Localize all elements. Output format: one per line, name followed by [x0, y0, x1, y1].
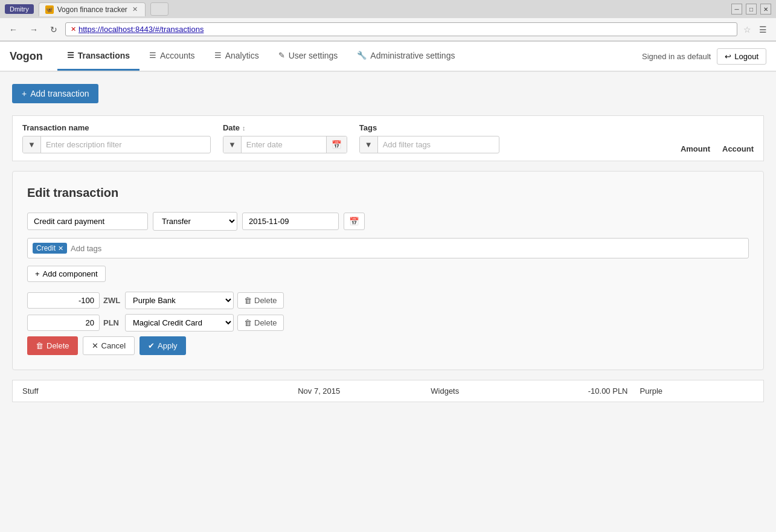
logout-label: Logout — [734, 52, 758, 61]
delete-label: Delete — [46, 341, 69, 350]
preview-row-account: Purple — [640, 386, 754, 396]
add-transaction-button[interactable]: + Add transaction — [12, 84, 98, 103]
delete-transaction-button[interactable]: 🗑 Delete — [27, 336, 78, 355]
transaction-calendar-button[interactable]: 📅 — [344, 213, 365, 230]
back-button[interactable]: ← — [5, 22, 22, 37]
filter-right-labels: Amount Account — [681, 131, 754, 153]
tab-close-icon[interactable]: ✕ — [131, 5, 139, 13]
apply-check-icon: ✔ — [148, 341, 155, 350]
tag-credit-remove-icon[interactable]: ✕ — [58, 245, 63, 252]
refresh-button[interactable]: ↻ — [46, 22, 62, 37]
nav-item-transactions[interactable]: ☰ Transactions — [57, 42, 139, 71]
minimize-button[interactable]: ─ — [731, 4, 742, 14]
admin-settings-icon: 🔧 — [357, 51, 367, 60]
transactions-icon: ☰ — [67, 51, 74, 60]
transaction-name-field[interactable] — [27, 213, 148, 230]
nav-right: Signed in as default ↩ Logout — [642, 42, 766, 71]
edit-transaction-title: Edit transaction — [27, 186, 749, 200]
component-2-amount-input[interactable] — [27, 315, 100, 331]
edit-transaction-card: Edit transaction Transfer Income Expense… — [12, 171, 764, 370]
url-text: https://localhost:8443/#/transactions — [79, 25, 732, 34]
tags-filter-icon[interactable]: ▼ — [360, 136, 378, 153]
forward-button[interactable]: → — [25, 22, 42, 37]
add-component-plus-icon: + — [35, 269, 40, 278]
tag-credit: Credit ✕ — [33, 243, 67, 254]
bookmark-icon[interactable]: ☆ — [743, 25, 751, 34]
component-1-account-select[interactable]: Purple Bank Magical Credit Card — [125, 292, 234, 309]
component-2-delete-label: Delete — [254, 318, 277, 327]
delete-trash-icon: 🗑 — [36, 341, 43, 350]
maximize-button[interactable]: □ — [746, 4, 757, 14]
sort-icon: ↕ — [242, 124, 246, 132]
component-2-delete-button[interactable]: 🗑 Delete — [237, 315, 284, 331]
component-1-delete-button[interactable]: 🗑 Delete — [237, 292, 284, 309]
transaction-name-input[interactable] — [41, 137, 210, 152]
account-column-header: Account — [722, 131, 754, 153]
date-filter-icon[interactable]: ▼ — [223, 136, 242, 153]
cancel-button[interactable]: ✕ Cancel — [83, 336, 135, 355]
table-row-preview: Stuff Nov 7, 2015 Widgets -10.00 PLN Pur… — [12, 380, 764, 402]
apply-label: Apply — [158, 341, 178, 350]
transaction-fields-row: Transfer Income Expense 📅 — [27, 212, 749, 231]
tags-field[interactable]: Credit ✕ — [27, 238, 749, 258]
main-content: + Add transaction Transaction name ▼ Dat… — [0, 72, 776, 532]
window-controls: ─ □ ✕ — [731, 4, 771, 14]
browser-titlebar: Dmitry 🦋 Vogon finance tracker ✕ ─ □ ✕ — [0, 0, 776, 18]
preview-row-tags: Widgets — [388, 386, 502, 396]
filter-row: Transaction name ▼ Date ↕ ▼ 📅 Tags ▼ — [12, 115, 764, 161]
component-row-2: PLN Magical Credit Card Purple Bank 🗑 De… — [27, 314, 749, 332]
nav-item-user-settings[interactable]: ✎ User settings — [269, 42, 348, 71]
date-calendar-button[interactable]: 📅 — [326, 136, 347, 153]
user-badge: Dmitry — [5, 4, 34, 14]
plus-icon: + — [22, 89, 27, 98]
component-1-amount-input[interactable] — [27, 292, 100, 309]
nav-label-user-settings: User settings — [289, 51, 338, 60]
tags-add-input[interactable] — [71, 244, 743, 253]
app-brand: Vogon — [10, 42, 53, 71]
tags-filter: Tags ▼ — [359, 123, 499, 153]
preview-row-amount: -10.00 PLN — [514, 386, 628, 396]
cancel-icon: ✕ — [92, 341, 98, 350]
component-2-account-select[interactable]: Magical Credit Card Purple Bank — [125, 314, 234, 332]
tags-input-wrap: ▼ — [359, 136, 499, 153]
browser-tab[interactable]: 🦋 Vogon finance tracker ✕ — [39, 2, 146, 16]
close-button[interactable]: ✕ — [760, 4, 771, 14]
browser-toolbar: ← → ↻ ✕ https://localhost:8443/#/transac… — [0, 18, 776, 41]
component-1-currency: ZWL — [103, 296, 121, 305]
new-tab-button[interactable] — [150, 2, 168, 16]
security-icon: ✕ — [71, 25, 76, 33]
analytics-icon: ☰ — [214, 51, 222, 60]
browser-chrome: Dmitry 🦋 Vogon finance tracker ✕ ─ □ ✕ ←… — [0, 0, 776, 42]
nav-label-accounts: Accounts — [160, 51, 195, 60]
transaction-date-field[interactable] — [242, 213, 339, 230]
nav-label-analytics: Analytics — [225, 51, 259, 60]
add-transaction-label: Add transaction — [30, 89, 89, 98]
action-buttons: 🗑 Delete ✕ Cancel ✔ Apply — [27, 336, 749, 355]
cancel-label: Cancel — [101, 341, 126, 350]
nav-item-accounts[interactable]: ☰ Accounts — [139, 42, 205, 71]
transaction-type-select[interactable]: Transfer Income Expense — [153, 212, 237, 231]
app-navbar: Vogon ☰ Transactions ☰ Accounts ☰ Analyt… — [0, 42, 776, 72]
tags-input[interactable] — [378, 137, 499, 152]
logout-button[interactable]: ↩ Logout — [717, 48, 766, 65]
component-2-trash-icon: 🗑 — [244, 318, 252, 327]
tag-credit-label: Credit — [36, 244, 56, 252]
apply-button[interactable]: ✔ Apply — [139, 336, 186, 355]
component-1-trash-icon: 🗑 — [244, 296, 252, 305]
date-label: Date ↕ — [223, 123, 347, 132]
transaction-name-filter: Transaction name ▼ — [22, 123, 211, 153]
address-bar[interactable]: ✕ https://localhost:8443/#/transactions — [65, 22, 737, 36]
logout-icon: ↩ — [725, 52, 731, 61]
date-input[interactable] — [242, 137, 326, 152]
amount-column-header: Amount — [681, 131, 710, 153]
nav-label-admin-settings: Administrative settings — [370, 51, 455, 60]
menu-button[interactable]: ☰ — [755, 22, 771, 37]
nav-item-analytics[interactable]: ☰ Analytics — [205, 42, 269, 71]
nav-item-admin-settings[interactable]: 🔧 Administrative settings — [347, 42, 464, 71]
add-component-button[interactable]: + Add component — [27, 266, 106, 282]
transaction-name-filter-icon[interactable]: ▼ — [23, 136, 41, 153]
add-component-label: Add component — [43, 269, 98, 278]
date-input-wrap: ▼ 📅 — [223, 136, 347, 153]
transaction-name-label: Transaction name — [22, 123, 211, 132]
tags-label: Tags — [359, 123, 499, 132]
